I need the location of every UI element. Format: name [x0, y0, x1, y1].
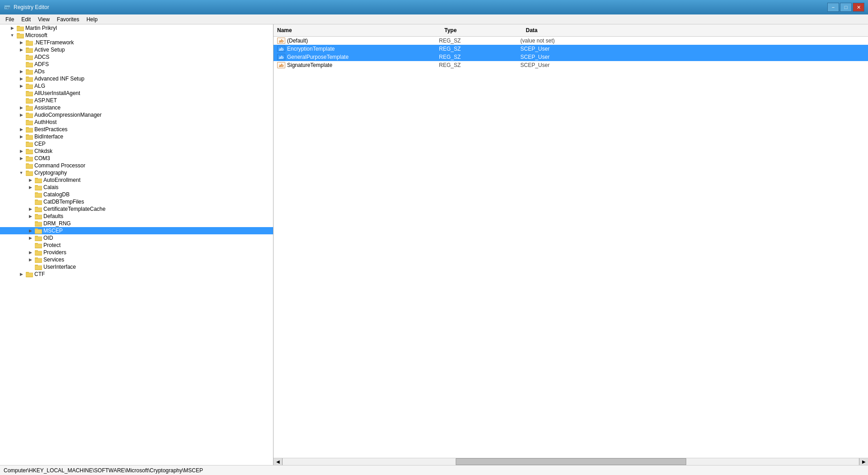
expand-bidinterface[interactable]: ▶ — [18, 133, 24, 140]
expand-certificatetemplatecache[interactable]: ▶ — [27, 206, 33, 212]
hscroll-thumb[interactable] — [456, 458, 686, 465]
tree-item-alluserinstallagent[interactable]: AllUserInstallAgent — [0, 90, 273, 97]
expand-martin[interactable]: ▶ — [9, 25, 15, 31]
tree-item-adfs[interactable]: ADFS — [0, 61, 273, 68]
registry-row-signature-template[interactable]: ab SignatureTemplate REG_SZ SCEP_User — [274, 61, 868, 69]
reg-icon-generalpurpose-template: ab — [277, 54, 285, 60]
tree-item-userinterface[interactable]: UserInterface — [0, 263, 273, 271]
tree-item-oid[interactable]: ▶ OID — [0, 234, 273, 242]
title-text: Registry Editor — [14, 4, 49, 10]
tree-item-drm-rng[interactable]: DRM_RNG — [0, 220, 273, 227]
svg-rect-74 — [35, 193, 42, 197]
expand-ctf[interactable]: ▶ — [18, 271, 24, 277]
reg-data-default: (value not set) — [520, 38, 868, 44]
menu-view[interactable]: View — [34, 15, 53, 24]
menu-favorites[interactable]: Favorites — [53, 15, 83, 24]
expand-services[interactable]: ▶ — [27, 256, 33, 263]
expand-autoenrollment[interactable]: ▶ — [27, 177, 33, 183]
expand-ads[interactable]: ▶ — [18, 68, 24, 75]
tree-item-bestpractices[interactable]: ▶ BestPractices — [0, 126, 273, 133]
tree-item-cep[interactable]: CEP — [0, 140, 273, 147]
svg-rect-11 — [26, 41, 33, 45]
tree-label-alg: ALG — [34, 83, 45, 89]
folder-icon-audiocompressionmanager — [26, 112, 33, 118]
svg-rect-83 — [35, 215, 42, 219]
tree-item-martin[interactable]: ▶ Martin Prikryl — [0, 24, 273, 32]
svg-rect-50 — [26, 135, 33, 139]
tree-item-protect[interactable]: Protect — [0, 242, 273, 249]
expand-com3[interactable]: ▶ — [18, 155, 24, 162]
svg-rect-62 — [26, 164, 33, 168]
tree-item-bidinterface[interactable]: ▶ BidInterface — [0, 133, 273, 140]
registry-row-generalpurpose-template[interactable]: ab GeneralPurposeTemplate REG_SZ SCEP_Us… — [274, 53, 868, 61]
expand-oid[interactable]: ▶ — [27, 235, 33, 241]
svg-rect-44 — [26, 121, 33, 125]
tree-label-bestpractices: BestPractices — [34, 126, 67, 133]
registry-row-default[interactable]: ab (Default) REG_SZ (value not set) — [274, 37, 868, 45]
expand-audiocompressionmanager[interactable]: ▶ — [18, 112, 24, 118]
expand-mscep[interactable]: ▶ — [27, 228, 33, 234]
tree-label-oid: OID — [43, 235, 53, 241]
tree-item-cryptography[interactable]: ▼ Cryptography — [0, 169, 273, 176]
reg-type-generalpurpose-template: REG_SZ — [439, 54, 520, 60]
expand-bestpractices[interactable]: ▶ — [18, 126, 24, 133]
tree-item-services[interactable]: ▶ Services — [0, 256, 273, 263]
tree-item-catalogdb[interactable]: CatalogDB — [0, 191, 273, 198]
expand-alg[interactable]: ▶ — [18, 83, 24, 89]
right-scroll[interactable]: ab (Default) REG_SZ (value not set) ab E… — [274, 37, 868, 458]
tree-label-userinterface: UserInterface — [43, 264, 76, 270]
menu-edit[interactable]: Edit — [18, 15, 34, 24]
main-content: ▶ Martin Prikryl ▼ Microsoft ▶ — [0, 24, 868, 465]
tree-item-assistance[interactable]: ▶ Assistance — [0, 104, 273, 111]
expand-calais[interactable]: ▶ — [27, 184, 33, 190]
expand-chkdsk[interactable]: ▶ — [18, 148, 24, 154]
reg-type-default: REG_SZ — [439, 38, 520, 44]
tree-item-defaults[interactable]: ▶ Defaults — [0, 213, 273, 220]
tree-item-certificatetemplatecache[interactable]: ▶ CertificateTemplateCache — [0, 205, 273, 213]
registry-row-encryption-template[interactable]: ab EncryptionTemplate REG_SZ SCEP_User — [274, 45, 868, 53]
expand-microsoft[interactable]: ▼ — [9, 32, 15, 38]
tree-item-ads[interactable]: ▶ ADs — [0, 68, 273, 75]
tree-item-com3[interactable]: ▶ COM3 — [0, 155, 273, 162]
right-hscroll[interactable]: ◀ ▶ — [274, 458, 868, 465]
tree-item-command-processor[interactable]: Command Processor — [0, 162, 273, 169]
tree-item-advanced-inf-setup[interactable]: ▶ Advanced INF Setup — [0, 75, 273, 82]
tree-item-catdbtempfiles[interactable]: CatDBTempFiles — [0, 198, 273, 205]
folder-icon-martin — [17, 25, 24, 31]
tree-item-alg[interactable]: ▶ ALG — [0, 82, 273, 90]
tree-item-microsoft[interactable]: ▼ Microsoft — [0, 32, 273, 39]
tree-item-netframework[interactable]: ▶ .NETFramework — [0, 39, 273, 46]
tree-item-chkdsk[interactable]: ▶ Chkdsk — [0, 147, 273, 155]
expand-netframework[interactable]: ▶ — [18, 39, 24, 46]
hscroll-left-btn[interactable]: ◀ — [274, 458, 283, 465]
menu-file[interactable]: File — [2, 15, 18, 24]
tree-item-providers[interactable]: ▶ Providers — [0, 249, 273, 256]
svg-rect-86 — [35, 222, 42, 226]
app-icon: reg — [4, 4, 11, 11]
expand-cryptography[interactable]: ▼ — [18, 170, 24, 176]
tree-item-adcs[interactable]: ADCS — [0, 53, 273, 61]
hscroll-right-btn[interactable]: ▶ — [859, 458, 868, 465]
close-button[interactable]: ✕ — [853, 3, 864, 12]
tree-item-ctf[interactable]: ▶ CTF — [0, 271, 273, 278]
tree-item-autoenrollment[interactable]: ▶ AutoEnrollment — [0, 176, 273, 184]
tree-item-calais[interactable]: ▶ Calais — [0, 184, 273, 191]
expand-assistance[interactable]: ▶ — [18, 104, 24, 111]
svg-rect-65 — [26, 171, 33, 176]
expand-advanced-inf-setup[interactable]: ▶ — [18, 76, 24, 82]
svg-rect-95 — [35, 244, 42, 248]
maximize-button[interactable]: □ — [840, 3, 852, 12]
minimize-button[interactable]: − — [827, 3, 839, 12]
tree-item-mscep[interactable]: ▶ MSCEP — [0, 227, 273, 234]
tree-scroll[interactable]: ▶ Martin Prikryl ▼ Microsoft ▶ — [0, 24, 273, 465]
expand-activesetup[interactable]: ▶ — [18, 47, 24, 53]
menu-help[interactable]: Help — [83, 15, 101, 24]
svg-rect-98 — [35, 251, 42, 255]
expand-providers[interactable]: ▶ — [27, 249, 33, 256]
folder-icon-ctf — [26, 271, 33, 277]
expand-defaults[interactable]: ▶ — [27, 213, 33, 219]
tree-item-aspnet[interactable]: ASP.NET — [0, 97, 273, 104]
tree-item-activesetup[interactable]: ▶ Active Setup — [0, 46, 273, 53]
tree-item-audiocompressionmanager[interactable]: ▶ AudioCompressionManager — [0, 111, 273, 119]
tree-item-authhost[interactable]: AuthHost — [0, 119, 273, 126]
